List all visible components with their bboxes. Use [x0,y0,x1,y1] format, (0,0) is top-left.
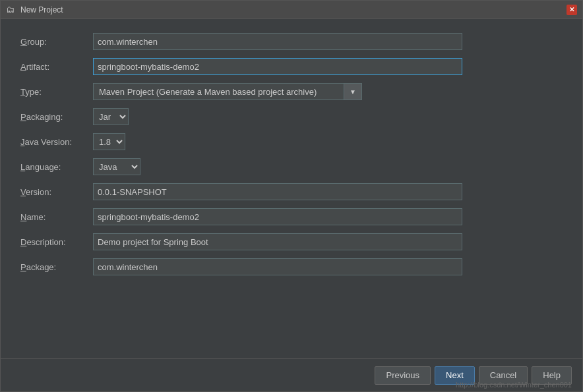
description-label: Description: [20,237,93,247]
type-selector: Maven Project (Generate a Maven based pr… [93,83,362,100]
window-title: New Project [20,5,63,14]
bottom-bar: Previous Next Cancel Help http://blog.cs… [1,358,582,391]
type-dropdown-button[interactable]: ▼ [344,83,362,100]
java-version-label: Java Version: [20,137,93,147]
type-row: Type: Maven Project (Generate a Maven ba… [20,82,563,101]
watermark: http://blog.csdn.net/Winter_chen001 [456,381,572,389]
packaging-label: Packaging: [20,112,93,122]
packaging-row: Packaging: Jar War [20,107,563,126]
version-label: Version: [20,187,93,197]
package-row: Package: [20,258,563,276]
packaging-select[interactable]: Jar War [93,108,129,125]
previous-button[interactable]: Previous [375,366,431,385]
description-row: Description: [20,233,563,251]
group-input[interactable] [93,33,462,50]
type-value: Maven Project (Generate a Maven based pr… [93,83,344,100]
artifact-input[interactable] [93,58,462,75]
language-select[interactable]: Java Kotlin Groovy [93,158,140,175]
window-icon: 🗂 [6,5,16,15]
artifact-row: Artifact: [20,57,563,76]
form-content: Group: Artifact: Type: Maven Project (Ge… [1,19,582,358]
type-label: Type: [20,87,93,97]
version-row: Version: [20,182,563,201]
title-bar: 🗂 New Project ✕ [1,1,582,19]
name-label: Name: [20,212,93,222]
name-row: Name: [20,208,563,226]
group-row: Group: [20,32,563,51]
package-input[interactable] [93,258,462,275]
language-label: Language: [20,162,93,172]
close-button[interactable]: ✕ [567,5,577,15]
version-input[interactable] [93,183,462,200]
language-row: Language: Java Kotlin Groovy [20,157,563,176]
description-input[interactable] [93,233,462,250]
java-version-select[interactable]: 1.8 11 17 [93,133,125,150]
new-project-dialog: 🗂 New Project ✕ Group: Artifact: Type: [0,0,583,392]
name-input[interactable] [93,208,462,225]
package-label: Package: [20,262,93,272]
packaging-selector: Jar War [93,108,129,125]
java-version-selector: 1.8 11 17 [93,133,125,150]
artifact-label: Artifact: [20,62,93,72]
group-label: Group: [20,37,93,47]
java-version-row: Java Version: 1.8 11 17 [20,132,563,151]
language-selector: Java Kotlin Groovy [93,158,140,175]
